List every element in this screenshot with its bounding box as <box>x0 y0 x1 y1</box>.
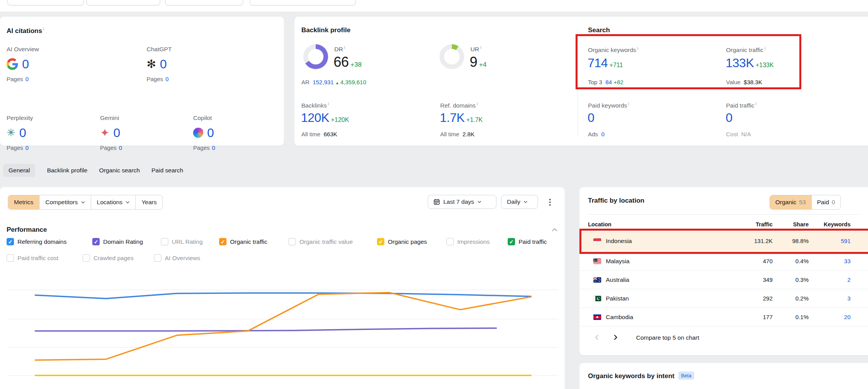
location-row-pakistan[interactable]: Pakistan 292 0.2% 3 <box>579 289 868 308</box>
copilot-count: 0 <box>207 126 214 140</box>
info-icon[interactable] <box>756 101 756 106</box>
search-title: Search <box>588 26 610 34</box>
location-row-indonesia[interactable]: Indonesia 131.2K 98.8% 591 <box>579 230 868 252</box>
checkbox-icon <box>7 254 14 262</box>
info-icon[interactable] <box>477 101 477 106</box>
metric-checkbox-impressions[interactable]: Impressions <box>446 238 490 245</box>
metric-checkbox-crawled-pages[interactable]: Crawled pages <box>83 254 133 262</box>
ref-domains-link[interactable]: 1.7K <box>440 111 465 125</box>
location-row-malaysia[interactable]: Malaysia 470 0.4% 33 <box>579 252 868 271</box>
metric-checkbox-paid-traffic[interactable]: Paid traffic <box>508 238 547 245</box>
toggle-organic[interactable]: Organic53 <box>770 195 811 209</box>
dr-donut <box>303 44 328 69</box>
keywords-by-intent-title: Organic keywords by intentBeta <box>588 372 694 380</box>
location-row-cambodia[interactable]: Cambodia 177 0.1% 20 <box>579 308 868 326</box>
pages-link[interactable]: 0 <box>166 76 169 82</box>
segment-competitors[interactable]: Competitors <box>39 195 91 209</box>
metric-checkbox-ai-overviews[interactable]: AI Overviews <box>154 254 200 262</box>
top-bar <box>0 0 868 12</box>
checkbox-icon <box>377 238 384 245</box>
divider <box>588 214 859 215</box>
tab-organic-search[interactable]: Organic search <box>99 167 140 174</box>
info-icon[interactable] <box>637 46 638 50</box>
ai-overview-count: 0 <box>22 57 29 71</box>
backlink-profile-title: Backlink profile <box>301 26 351 34</box>
indonesia-flag <box>593 238 601 244</box>
pages-link[interactable]: 0 <box>212 144 215 151</box>
keywords-link[interactable]: 3 <box>847 295 851 302</box>
checkbox-icon <box>219 238 227 245</box>
keywords-link[interactable]: 33 <box>844 258 851 264</box>
prev-page-button[interactable] <box>592 332 602 342</box>
top-input-fragment[interactable] <box>7 0 84 5</box>
segment-years[interactable]: Years <box>135 195 163 209</box>
info-icon[interactable] <box>328 101 329 106</box>
organic-keywords-value: 714 +711 <box>588 56 623 70</box>
info-icon[interactable] <box>628 101 629 106</box>
info-icon[interactable] <box>764 46 765 50</box>
metric-checkbox-organic-traffic-value[interactable]: Organic traffic value <box>289 238 353 245</box>
perplexity-icon: ✳ <box>7 128 16 138</box>
checkbox-icon <box>154 254 161 262</box>
segment-locations[interactable]: Locations <box>91 195 135 209</box>
next-page-button[interactable] <box>610 332 621 342</box>
calendar-icon <box>434 199 440 205</box>
gemini-count: 0 <box>113 126 120 140</box>
toggle-paid[interactable]: Paid0 <box>811 195 841 209</box>
top3-link[interactable]: 84 <box>605 79 612 85</box>
organic-paid-toggle: Organic53 Paid0 <box>769 195 841 210</box>
info-icon[interactable] <box>43 26 44 31</box>
metrics-segmented-control: Metrics Competitors Locations Years <box>8 195 163 210</box>
date-range-button[interactable]: Last 7 days <box>428 195 496 209</box>
ai-item-gemini: Gemini ✦0 Pages0 <box>100 115 193 151</box>
ads-link[interactable]: 0 <box>601 131 604 137</box>
chatgpt-count: 0 <box>160 57 167 71</box>
top-input-fragment[interactable] <box>250 0 356 5</box>
segment-metrics[interactable]: Metrics <box>8 195 39 209</box>
top-input-fragment[interactable] <box>86 0 160 5</box>
pages-link[interactable]: 0 <box>26 144 29 151</box>
tab-paid-search[interactable]: Paid search <box>152 167 183 174</box>
ai-item-chatgpt: ChatGPT ✻0 Pages0 <box>147 46 240 82</box>
dr-value: 66 +38 <box>334 54 361 70</box>
gemini-icon: ✦ <box>100 127 109 139</box>
keywords-link[interactable]: 591 <box>841 238 851 244</box>
ur-value: 9 +4 <box>470 54 486 70</box>
info-icon[interactable] <box>480 45 481 50</box>
location-row-australia[interactable]: Australia 349 0.3% 2 <box>579 271 868 289</box>
checkbox-icon <box>7 238 14 245</box>
top-input-fragment[interactable] <box>165 0 243 5</box>
tab-general[interactable]: General <box>3 164 35 177</box>
pakistan-flag <box>593 296 601 301</box>
traffic-by-location-title: Traffic by location <box>588 197 644 205</box>
pages-link[interactable]: 0 <box>26 76 29 82</box>
compare-top5-link[interactable]: Compare top 5 on chart <box>636 334 699 341</box>
collapse-icon[interactable] <box>552 228 558 232</box>
more-options-icon[interactable] <box>547 196 553 208</box>
metric-checkbox-paid-traffic-cost[interactable]: Paid traffic cost <box>7 254 59 262</box>
keywords-link[interactable]: 20 <box>844 314 851 320</box>
pages-link[interactable]: 0 <box>119 144 122 151</box>
metric-checkbox-organic-traffic[interactable]: Organic traffic <box>219 238 267 245</box>
backlinks-value: 120K +120K <box>301 111 349 125</box>
performance-title: Performance <box>7 226 47 234</box>
chevron-down-icon <box>126 201 130 203</box>
openai-icon: ✻ <box>147 59 156 70</box>
paid-traffic-value: 0 <box>726 111 732 125</box>
column-share: Share <box>782 221 809 227</box>
metric-checkbox-referring-domains[interactable]: Referring domains <box>7 238 67 245</box>
organic-traffic-link[interactable]: 133K <box>726 56 754 70</box>
keywords-link[interactable]: 2 <box>847 276 851 283</box>
granularity-button[interactable]: Daily <box>501 195 538 209</box>
tab-backlink-profile[interactable]: Backlink profile <box>47 167 87 174</box>
ai-item-perplexity: Perplexity ✳0 Pages0 <box>7 115 100 151</box>
ar-link[interactable]: 152,931 <box>313 79 334 85</box>
info-icon[interactable] <box>344 45 345 50</box>
paid-keywords-value: 0 <box>588 111 594 125</box>
metric-checkbox-domain-rating[interactable]: Domain Rating <box>92 238 143 245</box>
organic-keywords-link[interactable]: 714 <box>588 56 608 70</box>
backlinks-link[interactable]: 120K <box>301 111 329 125</box>
metric-checkbox-organic-pages[interactable]: Organic pages <box>377 238 427 245</box>
metric-checkbox-url-rating[interactable]: URL Rating <box>161 238 203 245</box>
column-location: Location <box>588 221 611 227</box>
